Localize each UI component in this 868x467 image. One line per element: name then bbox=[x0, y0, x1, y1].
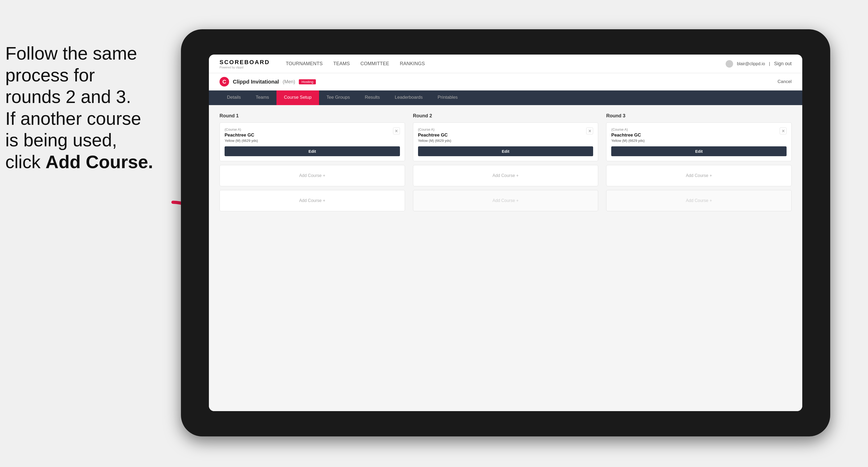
round-2-card-header: (Course A) Peachtree GC Yellow (M) (6629… bbox=[418, 127, 593, 146]
tab-teams[interactable]: Teams bbox=[248, 91, 276, 105]
nav-tournaments[interactable]: TOURNAMENTS bbox=[286, 61, 323, 66]
sign-out-link[interactable]: Sign out bbox=[774, 61, 792, 66]
scoreboard-title: SCOREBOARD bbox=[220, 59, 270, 66]
tab-course-setup[interactable]: Course Setup bbox=[276, 91, 319, 105]
nav-committee[interactable]: COMMITTEE bbox=[361, 61, 389, 66]
main-content: Round 1 (Course A) Peachtree GC Yellow (… bbox=[209, 105, 802, 411]
rounds-grid: Round 1 (Course A) Peachtree GC Yellow (… bbox=[220, 113, 792, 215]
nav-rankings[interactable]: RANKINGS bbox=[400, 61, 425, 66]
round-1-edit-button[interactable]: Edit bbox=[225, 146, 400, 156]
round-2-add-course-1[interactable]: Add Course + bbox=[413, 165, 598, 186]
user-email: blair@clippd.io bbox=[737, 61, 765, 66]
round-3-add-course-2-label: Add Course + bbox=[686, 198, 712, 203]
round-1-course-label: (Course A) bbox=[225, 127, 393, 131]
round-1-add-course-1-label: Add Course + bbox=[299, 173, 325, 178]
tournament-name: Clippd Invitational bbox=[233, 79, 279, 85]
tab-bar: Details Teams Course Setup Tee Groups Re… bbox=[209, 91, 802, 105]
round-1-card-header: (Course A) Peachtree GC Yellow (M) (6629… bbox=[225, 127, 400, 146]
nav-left: SCOREBOARD Powered by clippd TOURNAMENTS… bbox=[220, 59, 425, 69]
round-1-course-details: Yellow (M) (6629 yds) bbox=[225, 138, 393, 143]
user-avatar bbox=[726, 60, 733, 68]
tab-leaderboards[interactable]: Leaderboards bbox=[388, 91, 430, 105]
round-2-column: Round 2 (Course A) Peachtree GC Yellow (… bbox=[413, 113, 598, 215]
round-2-course-details: Yellow (M) (6629 yds) bbox=[418, 138, 586, 143]
round-1-course-card: (Course A) Peachtree GC Yellow (M) (6629… bbox=[220, 122, 405, 161]
tab-results[interactable]: Results bbox=[358, 91, 388, 105]
round-2-course-label: (Course A) bbox=[418, 127, 586, 131]
round-3-card-header: (Course A) Peachtree GC Yellow (M) (6629… bbox=[611, 127, 786, 146]
round-3-column: Round 3 (Course A) Peachtree GC Yellow (… bbox=[606, 113, 792, 215]
round-2-course-name: Peachtree GC bbox=[418, 132, 586, 138]
round-3-add-course-1[interactable]: Add Course + bbox=[606, 165, 792, 186]
tournament-status: Hosting bbox=[299, 79, 316, 84]
round-3-course-name: Peachtree GC bbox=[611, 132, 780, 138]
tablet-shell: SCOREBOARD Powered by clippd TOURNAMENTS… bbox=[181, 29, 830, 436]
cancel-button[interactable]: Cancel bbox=[778, 79, 792, 84]
scoreboard-logo: SCOREBOARD Powered by clippd bbox=[220, 59, 270, 69]
round-2-delete-button[interactable]: ✕ bbox=[586, 127, 593, 134]
sub-header: C Clippd Invitational (Men) Hosting Canc… bbox=[209, 73, 802, 91]
round-1-add-course-2-label: Add Course + bbox=[299, 198, 325, 203]
tab-tee-groups[interactable]: Tee Groups bbox=[319, 91, 358, 105]
round-2-add-course-2: Add Course + bbox=[413, 190, 598, 211]
round-3-course-details: Yellow (M) (6629 yds) bbox=[611, 138, 780, 143]
round-3-add-course-1-label: Add Course + bbox=[686, 173, 712, 178]
round-3-add-course-2: Add Course + bbox=[606, 190, 792, 211]
round-3-course-card: (Course A) Peachtree GC Yellow (M) (6629… bbox=[606, 122, 792, 161]
powered-by: Powered by clippd bbox=[220, 66, 270, 69]
round-1-column: Round 1 (Course A) Peachtree GC Yellow (… bbox=[220, 113, 405, 215]
round-2-add-course-2-label: Add Course + bbox=[493, 198, 519, 203]
nav-right: blair@clippd.io | Sign out bbox=[726, 60, 792, 68]
round-2-course-card: (Course A) Peachtree GC Yellow (M) (6629… bbox=[413, 122, 598, 161]
clippd-logo: C bbox=[220, 77, 229, 87]
nav-teams[interactable]: TEAMS bbox=[333, 61, 350, 66]
round-2-edit-button[interactable]: Edit bbox=[418, 146, 593, 156]
divider: | bbox=[769, 61, 770, 66]
round-2-title: Round 2 bbox=[413, 113, 598, 119]
round-1-title: Round 1 bbox=[220, 113, 405, 119]
round-3-title: Round 3 bbox=[606, 113, 792, 119]
tournament-gender: (Men) bbox=[283, 79, 295, 85]
top-nav: SCOREBOARD Powered by clippd TOURNAMENTS… bbox=[209, 55, 802, 73]
round-2-add-course-1-label: Add Course + bbox=[493, 173, 519, 178]
round-3-course-label: (Course A) bbox=[611, 127, 780, 131]
nav-links: TOURNAMENTS TEAMS COMMITTEE RANKINGS bbox=[286, 61, 425, 66]
round-3-edit-button[interactable]: Edit bbox=[611, 146, 786, 156]
tab-printables[interactable]: Printables bbox=[430, 91, 465, 105]
tab-details[interactable]: Details bbox=[220, 91, 248, 105]
round-1-course-name: Peachtree GC bbox=[225, 132, 393, 138]
round-1-add-course-1[interactable]: Add Course + bbox=[220, 165, 405, 186]
tablet-screen: SCOREBOARD Powered by clippd TOURNAMENTS… bbox=[209, 55, 802, 411]
tournament-info: C Clippd Invitational (Men) Hosting bbox=[220, 77, 316, 87]
round-1-add-course-2[interactable]: Add Course + bbox=[220, 190, 405, 211]
round-1-delete-button[interactable]: ✕ bbox=[393, 127, 400, 134]
round-3-delete-button[interactable]: ✕ bbox=[780, 127, 786, 134]
instruction-text: Follow the same process for rounds 2 and… bbox=[5, 42, 160, 173]
